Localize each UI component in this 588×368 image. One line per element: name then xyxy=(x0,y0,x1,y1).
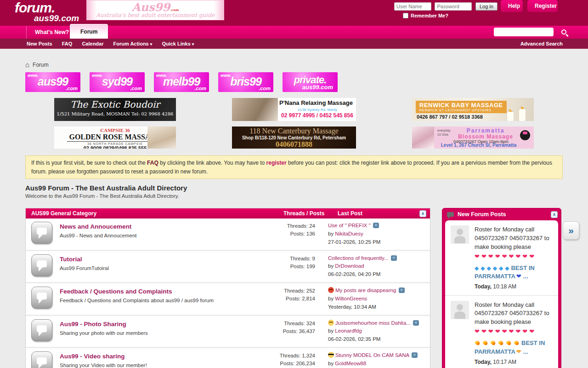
last-post-date: Yesterday, 10:34 AM xyxy=(328,303,425,311)
go-to-last-post-icon[interactable]: » xyxy=(373,223,379,228)
widget-body: Roster for Monday call 0450723267 045073… xyxy=(445,220,558,368)
heart-icon: ❤ xyxy=(516,272,521,281)
forum-description: Feedback / Questions and Complaints abou… xyxy=(60,298,268,303)
nav-new-posts[interactable]: New Posts xyxy=(27,41,52,46)
ad-118-new-canterbury-massage[interactable]: 118 New Canterbury Massage Shop B/118-12… xyxy=(232,126,356,149)
candle-decoration xyxy=(519,109,526,121)
last-post-user[interactable]: NikitaDuesy xyxy=(335,231,363,236)
header-banner-ad[interactable]: Aus99.com Australia's best adult enterta… xyxy=(86,0,224,20)
banner-aus99[interactable]: www. aus99 .com xyxy=(25,72,80,92)
forum-link[interactable]: Aus99 - Photo Sharing xyxy=(60,321,126,328)
sidebar-expand-button[interactable]: » xyxy=(563,221,579,240)
category-aus99-general: AUS99 General Category Threads / Posts L… xyxy=(25,208,430,368)
last-post-link[interactable]: Collections of frequently... xyxy=(328,255,388,261)
heart-icon: ❤ xyxy=(488,328,493,336)
register-button[interactable]: Register xyxy=(527,0,558,12)
last-post-user[interactable]: DrDownload xyxy=(335,263,364,269)
last-post-user[interactable]: WiltonGreens xyxy=(335,296,367,301)
last-post-cell: My posts are disappearng » by WiltonGree… xyxy=(328,287,425,311)
ad-exotic-boudoir[interactable]: The Exotic Boudoir 1/521 Military Road, … xyxy=(54,98,176,121)
last-post-cell: Justsomehourhoe miss Dahlia... » by Leon… xyxy=(328,319,425,344)
sub-nav: New Posts FAQ Calendar Forum Actions ▾ Q… xyxy=(0,39,588,49)
last-post-cell: Stunny MODEL On CAM SANA » by GoldMeow88… xyxy=(328,351,425,368)
register-link[interactable]: register xyxy=(266,160,287,166)
nav-calendar[interactable]: Calendar xyxy=(82,41,103,46)
go-to-last-post-icon[interactable]: » xyxy=(413,320,419,326)
nav-faq[interactable]: FAQ xyxy=(62,41,73,46)
ad-renwick-baby-massage[interactable]: RENWICK BABY MASSAGE RENWICK ST LEICHHAR… xyxy=(412,98,534,121)
category-title: AUS99 General Category xyxy=(31,210,283,217)
password-input[interactable] xyxy=(435,2,472,11)
logo-line2: aus99.com xyxy=(34,14,79,23)
ad-blossom-massage[interactable]: everyday 10 Girls Parramatta Blossom Mas… xyxy=(412,126,534,149)
page-title: Aus99 Forum - The Best Australia Adult D… xyxy=(25,184,563,192)
ad-golden-rose-massage[interactable]: CAMPSIE 36 GOLDEN ROSE MASSAGE 36 NORTH … xyxy=(54,126,176,149)
nav-quick-links[interactable]: Quick Links ▾ xyxy=(162,41,194,46)
banner-melb99[interactable]: www. melb99 .com xyxy=(154,72,209,92)
col-threads-posts: Threads / Posts xyxy=(283,210,338,217)
last-post-link[interactable]: Use of " PREFIX " xyxy=(328,223,371,228)
last-post-link[interactable]: Stunny MODEL On CAM SANA xyxy=(335,352,409,358)
go-to-last-post-icon[interactable]: » xyxy=(399,288,405,293)
search-input[interactable] xyxy=(494,28,554,36)
forum-list: AUS99 General Category Threads / Posts L… xyxy=(25,208,430,368)
forum-link[interactable]: Aus99 - Video sharing xyxy=(60,353,125,360)
heart-icon: ❤ xyxy=(475,328,480,336)
search-button[interactable] xyxy=(558,27,570,38)
widget-header: New Forum Posts ∧ xyxy=(442,208,561,220)
remember-me-checkbox[interactable] xyxy=(403,13,408,18)
nav-forum-actions[interactable]: Forum Actions ▾ xyxy=(113,41,153,46)
forum-description: Aus99 - News and Annoucement xyxy=(60,233,268,238)
speech-bubble-icon xyxy=(447,212,454,217)
banner-private-aus99[interactable]: private. aus99.com xyxy=(283,72,338,92)
heart-icon: ❤ xyxy=(515,348,523,355)
last-post-link[interactable]: Justsomehourhoe miss Dahlia... xyxy=(335,320,411,326)
ad-pnana-massage[interactable]: P'Nana Relaxing Massage 11/36 Sydney Rd.… xyxy=(232,98,356,121)
forum-description: Aus99 ForumTutoiral xyxy=(60,265,268,271)
chevron-down-icon: ▾ xyxy=(150,42,153,46)
collapse-button[interactable]: ∧ xyxy=(551,211,558,218)
faq-link[interactable]: FAQ xyxy=(147,160,158,166)
forum-stats: Threads: 24 Posts: 136 xyxy=(268,222,328,246)
ad-banner-grid: The Exotic Boudoir 1/521 Military Road, … xyxy=(25,98,563,151)
forum-row-photo-sharing: Aus99 - Photo Sharing Sharing your photo… xyxy=(26,316,430,348)
banner-syd99[interactable]: www. syd99 .com xyxy=(90,72,145,92)
flame-icon xyxy=(506,339,512,345)
diamond-icon: ◆ xyxy=(481,264,485,272)
breadcrumb: ⌂ Forum xyxy=(25,61,563,69)
heart-icon-row: ❤❤❤❤❤❤❤❤❤ xyxy=(475,328,554,336)
sidebar-post-link[interactable]: Roster for Monday call 0450723267 045073… xyxy=(475,301,549,326)
forum-link[interactable]: Feedback / Questions and Complaints xyxy=(60,288,172,295)
ad-logo xyxy=(520,130,530,140)
heart-icon: ❤ xyxy=(509,253,514,261)
go-to-last-post-icon[interactable]: » xyxy=(391,255,397,261)
last-post-link[interactable]: My posts are disappearng xyxy=(335,288,396,293)
forum-bubble-icon xyxy=(31,351,52,368)
advanced-search-link[interactable]: Advanced Search xyxy=(520,39,563,49)
help-button[interactable]: Help xyxy=(501,0,523,12)
last-post-user[interactable]: GoldMeow88 xyxy=(335,361,366,366)
banner-bris99[interactable]: www. bris99 .com xyxy=(218,72,273,92)
breadcrumb-forum-link[interactable]: Forum xyxy=(33,62,49,68)
collapse-button[interactable]: ∧ xyxy=(419,210,426,217)
sidebar-post-link[interactable]: Roster for Monday call 0450723267 045073… xyxy=(475,226,549,250)
last-post-cell: Use of " PREFIX " » by NikitaDuesy 27-01… xyxy=(328,222,425,246)
last-post-user[interactable]: Leonardfdg xyxy=(335,328,362,334)
login-button[interactable]: Log in xyxy=(475,2,498,11)
forum-link[interactable]: News and Annoucement xyxy=(60,223,131,230)
heart-icon-row: ❤❤❤❤❤❤❤❤❤ xyxy=(475,253,554,261)
heart-icon: ❤ xyxy=(522,253,527,261)
home-icon[interactable]: ⌂ xyxy=(25,61,29,69)
heart-icon: ❤ xyxy=(475,253,480,261)
forum-link[interactable]: Tutorial xyxy=(60,256,82,263)
username-input[interactable] xyxy=(394,2,431,11)
remember-me[interactable]: Remember Me? xyxy=(403,13,448,18)
tab-forum[interactable]: Forum xyxy=(70,24,108,39)
ad-photo xyxy=(147,126,176,149)
go-to-last-post-icon[interactable]: » xyxy=(412,352,418,358)
ad-label: RENWICK BABY MASSAGE RENWICK ST LEICHHAR… xyxy=(416,101,507,113)
heart-icon: ❤ xyxy=(488,253,493,261)
site-logo[interactable]: forum. aus99.com xyxy=(15,1,79,23)
first-visit-notice: If this is your first visit, be sure to … xyxy=(25,155,563,179)
search-icon xyxy=(561,29,566,34)
